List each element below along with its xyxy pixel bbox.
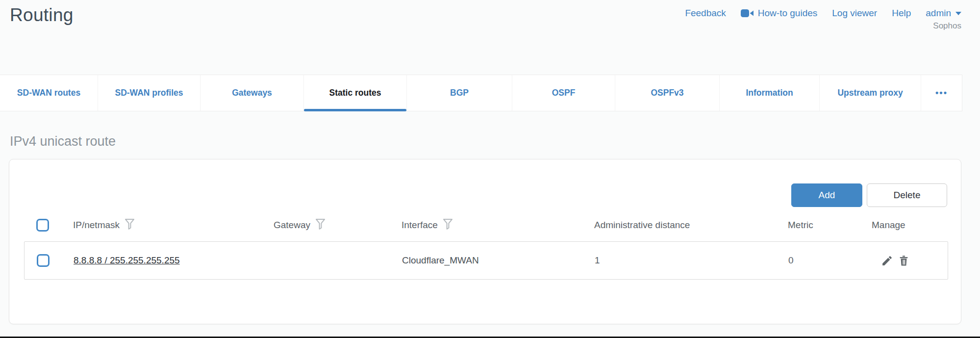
tab-overflow-menu[interactable]: •••: [921, 75, 962, 111]
section-title: IPv4 unicast route: [10, 134, 980, 149]
column-label: Metric: [788, 220, 813, 231]
tab-sdwan-routes[interactable]: SD-WAN routes: [0, 75, 98, 111]
admin-menu[interactable]: admin: [926, 8, 961, 19]
table-row: 8.8.8.8 / 255.255.255.255 Cloudflare_MWA…: [24, 241, 948, 280]
tab-information[interactable]: Information: [720, 75, 820, 111]
column-header-administrative-distance: Administrative distance: [594, 220, 788, 231]
help-label: Help: [892, 8, 911, 19]
column-header-gateway: Gateway: [274, 218, 402, 233]
top-bar: Routing Feedback How-to guides Log viewe…: [0, 0, 980, 75]
brand-label: Sophos: [933, 21, 961, 31]
column-label: Administrative distance: [594, 220, 690, 231]
pencil-icon[interactable]: [881, 255, 893, 267]
feedback-label: Feedback: [685, 8, 726, 19]
tab-ospfv3[interactable]: OSPFv3: [615, 75, 720, 111]
add-button[interactable]: Add: [791, 183, 862, 207]
administrative-distance-cell: 1: [595, 255, 788, 266]
feedback-link[interactable]: Feedback: [685, 8, 726, 19]
row-checkbox[interactable]: [37, 254, 50, 267]
tab-bgp[interactable]: BGP: [407, 75, 512, 111]
top-right-area: Feedback How-to guides Log viewer Help a…: [685, 8, 961, 31]
filter-funnel-icon[interactable]: [125, 218, 135, 233]
table-header-row: IP/netmask Gateway Interface Administrat…: [24, 214, 948, 236]
howto-guides-link[interactable]: How-to guides: [741, 8, 817, 19]
column-label: Manage: [872, 220, 905, 231]
select-all-checkbox[interactable]: [36, 219, 49, 232]
admin-menu-label: admin: [926, 8, 951, 19]
routing-tab-bar: SD-WAN routes SD-WAN profiles Gateways S…: [0, 75, 962, 111]
trash-icon[interactable]: [898, 255, 910, 267]
page-title: Routing: [10, 5, 74, 26]
static-routes-card: Add Delete IP/netmask Gateway Interface: [9, 159, 961, 324]
tab-sdwan-profiles[interactable]: SD-WAN profiles: [98, 75, 201, 111]
column-header-metric: Metric: [788, 220, 872, 231]
column-header-ip-netmask: IP/netmask: [73, 218, 274, 233]
routing-page: Routing Feedback How-to guides Log viewe…: [0, 0, 980, 338]
howto-guides-label: How-to guides: [758, 8, 817, 19]
top-links: Feedback How-to guides Log viewer Help a…: [685, 8, 961, 19]
column-header-interface: Interface: [402, 218, 594, 233]
metric-cell: 0: [788, 255, 872, 266]
table-actions: Add Delete: [9, 183, 947, 207]
column-label: IP/netmask: [73, 220, 120, 231]
filter-funnel-icon[interactable]: [443, 218, 453, 233]
log-viewer-link[interactable]: Log viewer: [832, 8, 877, 19]
filter-funnel-icon[interactable]: [315, 218, 326, 233]
column-header-manage: Manage: [872, 220, 948, 231]
manage-cell: [872, 255, 948, 267]
column-label: Gateway: [274, 220, 310, 231]
video-camera-icon: [741, 8, 754, 18]
interface-cell: Cloudflare_MWAN: [402, 255, 595, 266]
caret-down-icon: [955, 12, 961, 15]
delete-button[interactable]: Delete: [867, 183, 947, 207]
tab-ospf[interactable]: OSPF: [512, 75, 615, 111]
log-viewer-label: Log viewer: [832, 8, 877, 19]
ip-netmask-link[interactable]: 8.8.8.8 / 255.255.255.255: [74, 255, 274, 266]
help-link[interactable]: Help: [892, 8, 911, 19]
tab-upstream-proxy[interactable]: Upstream proxy: [820, 75, 921, 111]
column-label: Interface: [402, 220, 438, 231]
tab-gateways[interactable]: Gateways: [201, 75, 304, 111]
tab-static-routes[interactable]: Static routes: [304, 75, 407, 111]
